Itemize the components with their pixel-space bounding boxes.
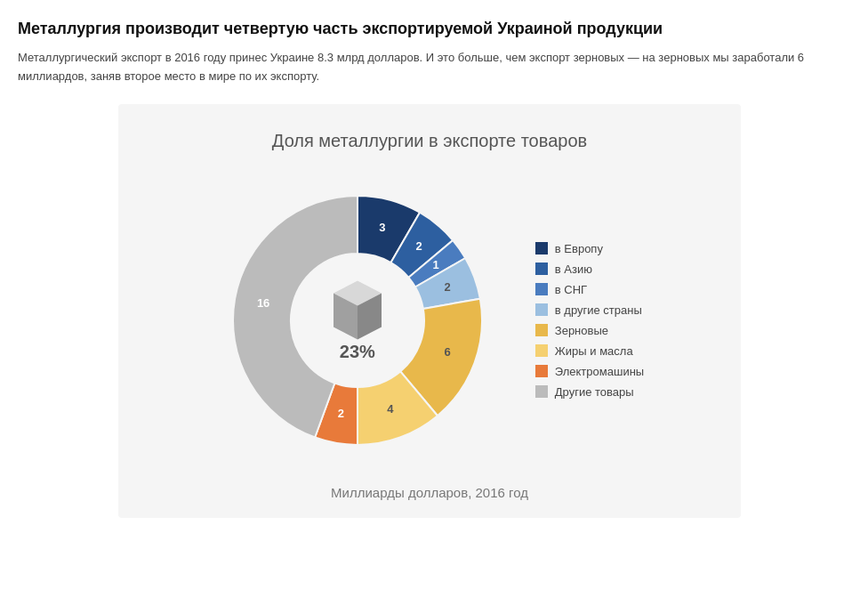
legend-item: Зерновые bbox=[535, 324, 644, 337]
chart-container: Доля металлургии в экспорте товаров 3212… bbox=[118, 104, 741, 518]
article-title: Металлургия производит четвертую часть э… bbox=[18, 18, 841, 40]
legend-label: в другие страны bbox=[555, 303, 642, 317]
cube-icon bbox=[330, 279, 385, 343]
svg-text:4: 4 bbox=[387, 402, 394, 416]
legend-color-box bbox=[535, 303, 548, 316]
svg-text:16: 16 bbox=[257, 296, 269, 310]
svg-text:2: 2 bbox=[338, 407, 344, 420]
legend-color-box bbox=[535, 242, 548, 255]
legend-label: Зерновые bbox=[555, 324, 608, 337]
legend-item: Другие товары bbox=[535, 385, 644, 399]
svg-text:2: 2 bbox=[415, 239, 422, 253]
chart-title: Доля металлургии в экспорте товаров bbox=[272, 131, 587, 151]
legend-label: в СНГ bbox=[555, 283, 587, 296]
legend-label: Электромашины bbox=[555, 365, 644, 378]
donut-wrapper: 321264216 23% bbox=[215, 178, 500, 463]
svg-text:6: 6 bbox=[444, 345, 450, 359]
donut-center: 23% bbox=[330, 279, 385, 361]
page-container: Металлургия производит четвертую часть э… bbox=[0, 0, 868, 536]
donut-percent: 23% bbox=[340, 341, 375, 361]
legend-label: Жиры и масла bbox=[555, 344, 633, 358]
svg-text:3: 3 bbox=[379, 220, 385, 233]
legend-color-box bbox=[535, 344, 548, 357]
chart-subtitle: Миллиарды долларов, 2016 год bbox=[331, 485, 528, 500]
legend-item: Жиры и масла bbox=[535, 344, 644, 358]
legend-color-box bbox=[535, 324, 548, 336]
legend-label: в Азию bbox=[555, 263, 592, 276]
legend-item: Электромашины bbox=[535, 365, 644, 378]
legend-color-box bbox=[535, 283, 548, 295]
legend-color-box bbox=[535, 365, 548, 377]
svg-text:1: 1 bbox=[432, 258, 438, 271]
chart-legend: в Европу в Азию в СНГ в другие страны Зе… bbox=[535, 242, 644, 399]
legend-color-box bbox=[535, 385, 548, 398]
legend-label: в Европу bbox=[555, 242, 603, 255]
legend-item: в Азию bbox=[535, 263, 644, 276]
chart-body: 321264216 23% bbox=[136, 178, 723, 463]
legend-item: в Европу bbox=[535, 242, 644, 255]
legend-item: в СНГ bbox=[535, 283, 644, 296]
legend-label: Другие товары bbox=[555, 385, 634, 399]
svg-text:2: 2 bbox=[444, 279, 450, 293]
legend-item: в другие страны bbox=[535, 303, 644, 317]
legend-color-box bbox=[535, 263, 548, 275]
article-body: Металлургический экспорт в 2016 году при… bbox=[18, 49, 841, 86]
